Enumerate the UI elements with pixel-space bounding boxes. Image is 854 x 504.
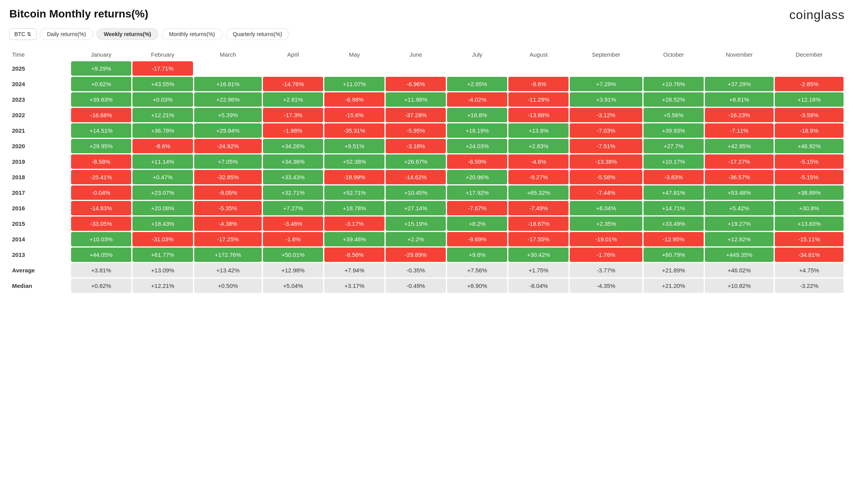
- cell-value: +12.82%: [705, 232, 774, 246]
- table-header-row: Time January February March April May Ju…: [10, 49, 844, 60]
- cell-value: +20.96%: [447, 170, 507, 184]
- cell-value: +13.8%: [508, 123, 569, 138]
- tab-monthly-returns[interactable]: Monthly returns(%): [162, 28, 222, 40]
- cell-value: +11.98%: [386, 92, 446, 107]
- cell-value: -5.95%: [386, 123, 446, 138]
- year-label: 2023: [10, 92, 70, 107]
- cell-value: +43.55%: [132, 77, 193, 91]
- cell-value: -24.92%: [194, 139, 262, 153]
- year-label: 2016: [10, 201, 70, 215]
- year-label: 2025: [10, 61, 70, 76]
- cell-value: -7.51%: [570, 139, 642, 153]
- cell-value: +39.93%: [644, 123, 704, 138]
- cell-value: -15.6%: [324, 108, 384, 122]
- cell-value: -34.81%: [775, 248, 844, 262]
- cell-value: -11.29%: [508, 92, 569, 107]
- cell-value: -3.59%: [775, 108, 844, 122]
- col-october: October: [644, 49, 704, 60]
- median-cell: -8.04%: [508, 279, 569, 293]
- btc-selector[interactable]: BTC ⇅: [9, 28, 37, 40]
- cell-value: -16.68%: [71, 108, 131, 122]
- cell-value: [705, 61, 774, 76]
- col-april: April: [263, 49, 323, 60]
- cell-value: -17.25%: [194, 232, 262, 246]
- cell-value: +14.71%: [644, 201, 704, 215]
- cell-value: +16.8%: [447, 108, 507, 122]
- median-label: Median: [10, 279, 70, 293]
- cell-value: +449.35%: [705, 248, 774, 262]
- year-label: 2021: [10, 123, 70, 138]
- cell-value: +38.89%: [775, 185, 844, 200]
- cell-value: +32.71%: [263, 185, 323, 200]
- cell-value: +2.35%: [570, 216, 642, 231]
- tab-daily-returns[interactable]: Daily returns(%): [40, 28, 93, 40]
- cell-value: -17.27%: [705, 154, 774, 169]
- cell-value: +29.84%: [194, 123, 262, 138]
- col-september: September: [570, 49, 642, 60]
- cell-value: +22.96%: [194, 92, 262, 107]
- cell-value: [386, 61, 446, 76]
- cell-value: +2.81%: [263, 92, 323, 107]
- table-row: 2013+44.05%+61.77%+172.76%+50.01%-8.56%-…: [10, 248, 844, 262]
- year-label: 2013: [10, 248, 70, 262]
- table-row: 2015-33.05%+18.43%-4.38%-3.46%-3.17%+15.…: [10, 216, 844, 231]
- median-cell: +3.17%: [324, 279, 384, 293]
- cell-value: [447, 61, 507, 76]
- cell-value: +18.19%: [447, 123, 507, 138]
- year-label: 2019: [10, 154, 70, 169]
- average-cell: +4.75%: [775, 263, 844, 277]
- cell-value: +9.51%: [324, 139, 384, 153]
- cell-value: +10.17%: [644, 154, 704, 169]
- cell-value: [324, 61, 384, 76]
- cell-value: +37.29%: [705, 77, 774, 91]
- col-february: February: [132, 49, 193, 60]
- cell-value: -4.6%: [508, 154, 569, 169]
- year-label: 2024: [10, 77, 70, 91]
- cell-value: -7.49%: [508, 201, 569, 215]
- median-cell: +10.82%: [705, 279, 774, 293]
- cell-value: -17.71%: [132, 61, 193, 76]
- year-label: 2017: [10, 185, 70, 200]
- col-november: November: [705, 49, 774, 60]
- cell-value: -3.12%: [570, 108, 642, 122]
- cell-value: -8.6%: [132, 139, 193, 153]
- median-cell: +5.04%: [263, 279, 323, 293]
- cell-value: +8.2%: [447, 216, 507, 231]
- median-cell: +21.20%: [644, 279, 704, 293]
- cell-value: +26.67%: [386, 154, 446, 169]
- cell-value: -31.03%: [132, 232, 193, 246]
- cell-value: +6.04%: [570, 201, 642, 215]
- cell-value: -3.83%: [644, 170, 704, 184]
- year-label: 2022: [10, 108, 70, 122]
- tab-quarterly-returns[interactable]: Quarterly returns(%): [226, 28, 290, 40]
- cell-value: +15.19%: [386, 216, 446, 231]
- cell-value: -17.55%: [508, 232, 569, 246]
- cell-value: +50.01%: [263, 248, 323, 262]
- cell-value: [263, 61, 323, 76]
- cell-value: +52.71%: [324, 185, 384, 200]
- cell-value: +53.48%: [705, 185, 774, 200]
- cell-value: +10.03%: [71, 232, 131, 246]
- cell-value: +10.76%: [644, 77, 704, 91]
- average-cell: +12.98%: [263, 263, 323, 277]
- average-cell: -3.77%: [570, 263, 642, 277]
- year-label: 2020: [10, 139, 70, 153]
- cell-value: -5.35%: [194, 201, 262, 215]
- cell-value: +0.03%: [132, 92, 193, 107]
- col-may: May: [324, 49, 384, 60]
- average-cell: +46.02%: [705, 263, 774, 277]
- cell-value: -5.58%: [570, 170, 642, 184]
- cell-value: -9.69%: [447, 232, 507, 246]
- cell-value: -19.01%: [570, 232, 642, 246]
- cell-value: -4.38%: [194, 216, 262, 231]
- tab-weekly-returns[interactable]: Weekly returns(%): [96, 28, 158, 40]
- cell-value: +16.81%: [194, 77, 262, 91]
- cell-value: +12.18%: [775, 92, 844, 107]
- cell-value: +9.29%: [71, 61, 131, 76]
- cell-value: -1.98%: [263, 123, 323, 138]
- average-cell: +3.81%: [71, 263, 131, 277]
- median-cell: +8.90%: [447, 279, 507, 293]
- cell-value: -18.99%: [324, 170, 384, 184]
- tabs-row: BTC ⇅ Daily returns(%) Weekly returns(%)…: [9, 28, 845, 40]
- cell-value: [775, 61, 844, 76]
